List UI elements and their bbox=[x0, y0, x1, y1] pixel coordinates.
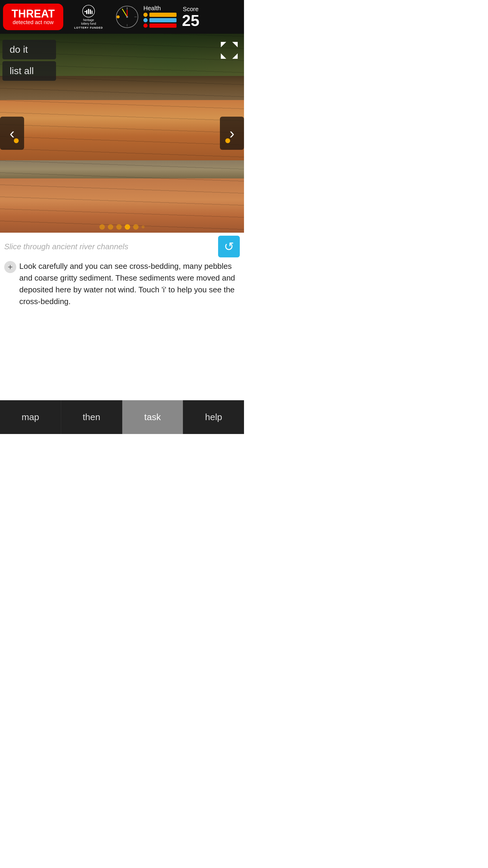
health-bar-orange bbox=[150, 13, 176, 17]
health-bar-red bbox=[150, 24, 176, 28]
slide-dots bbox=[99, 224, 144, 230]
bottom-navigation: map then task help bbox=[0, 400, 244, 434]
health-bar-blue bbox=[150, 18, 176, 22]
lottery-logo: heritagelottery fund LOTTERY FUNDED bbox=[67, 4, 110, 29]
svg-marker-17 bbox=[221, 53, 226, 59]
lottery-hand-icon bbox=[82, 4, 95, 18]
clock-svg bbox=[115, 5, 139, 29]
svg-rect-4 bbox=[92, 10, 93, 14]
expand-button[interactable] bbox=[219, 40, 240, 61]
list-all-button[interactable]: list all bbox=[2, 61, 56, 81]
threat-badge[interactable]: THREAT detected act now bbox=[3, 4, 63, 30]
svg-marker-16 bbox=[232, 42, 238, 47]
dot-3[interactable] bbox=[116, 224, 122, 230]
do-it-button[interactable]: do it bbox=[2, 40, 56, 59]
svg-point-13 bbox=[126, 16, 128, 18]
action-buttons-container: do it list all bbox=[2, 40, 56, 81]
lottery-name-text: heritagelottery fund bbox=[81, 19, 96, 26]
right-arrow-dot bbox=[225, 138, 230, 143]
score-section: Score 25 bbox=[182, 6, 199, 28]
health-bar-blue-row bbox=[143, 18, 176, 22]
svg-line-11 bbox=[122, 9, 127, 17]
health-dot-red bbox=[143, 24, 148, 28]
health-section: Health bbox=[143, 5, 176, 29]
svg-rect-3 bbox=[90, 9, 91, 14]
health-dot-blue bbox=[143, 18, 148, 22]
prev-arrow-button[interactable]: ‹ bbox=[0, 117, 24, 150]
health-bar-orange-row bbox=[143, 13, 176, 17]
svg-rect-2 bbox=[88, 9, 89, 14]
health-dot-orange bbox=[143, 13, 148, 17]
image-area: do it list all ‹ › bbox=[0, 34, 244, 233]
content-header: Slice through ancient river channels ↻ bbox=[0, 236, 244, 257]
svg-marker-18 bbox=[232, 53, 238, 59]
header-bar: THREAT detected act now heritagelottery … bbox=[0, 0, 244, 34]
health-bar-red-row bbox=[143, 24, 176, 28]
next-arrow-button[interactable]: › bbox=[220, 117, 244, 150]
nav-map-label: map bbox=[22, 412, 39, 422]
nav-then-button[interactable]: then bbox=[61, 400, 122, 434]
nav-task-label: task bbox=[144, 412, 161, 422]
dot-2[interactable] bbox=[108, 224, 113, 230]
nav-help-button[interactable]: help bbox=[183, 400, 244, 434]
health-label: Health bbox=[143, 5, 161, 12]
right-chevron-icon: › bbox=[230, 126, 235, 141]
plus-button[interactable]: + bbox=[4, 261, 16, 273]
dot-6[interactable] bbox=[141, 225, 144, 228]
svg-point-14 bbox=[117, 16, 120, 19]
nav-map-button[interactable]: map bbox=[0, 400, 61, 434]
nav-task-button[interactable]: task bbox=[122, 400, 184, 434]
body-text-row: + Look carefully and you can see cross-b… bbox=[0, 260, 244, 307]
expand-icon-svg bbox=[220, 41, 238, 59]
lottery-funded-text: LOTTERY FUNDED bbox=[74, 26, 103, 29]
refresh-icon: ↻ bbox=[224, 240, 234, 253]
score-value: 25 bbox=[182, 13, 199, 28]
refresh-button[interactable]: ↻ bbox=[218, 236, 240, 257]
threat-title: THREAT bbox=[11, 8, 55, 19]
slide-title: Slice through ancient river channels bbox=[4, 242, 128, 251]
left-arrow-dot bbox=[14, 138, 19, 143]
dot-5[interactable] bbox=[133, 224, 138, 230]
dot-4-active[interactable] bbox=[125, 224, 130, 230]
dot-1[interactable] bbox=[99, 224, 105, 230]
nav-then-label: then bbox=[83, 412, 100, 422]
threat-subtitle: detected act now bbox=[13, 19, 54, 26]
svg-rect-1 bbox=[86, 10, 87, 14]
svg-rect-5 bbox=[84, 11, 86, 12]
content-area: Slice through ancient river channels ↻ +… bbox=[0, 233, 244, 400]
clock-widget bbox=[115, 5, 139, 29]
nav-help-label: help bbox=[205, 412, 222, 422]
left-chevron-icon: ‹ bbox=[10, 126, 15, 141]
body-text: Look carefully and you can see cross-bed… bbox=[19, 260, 240, 307]
svg-marker-15 bbox=[221, 42, 226, 47]
